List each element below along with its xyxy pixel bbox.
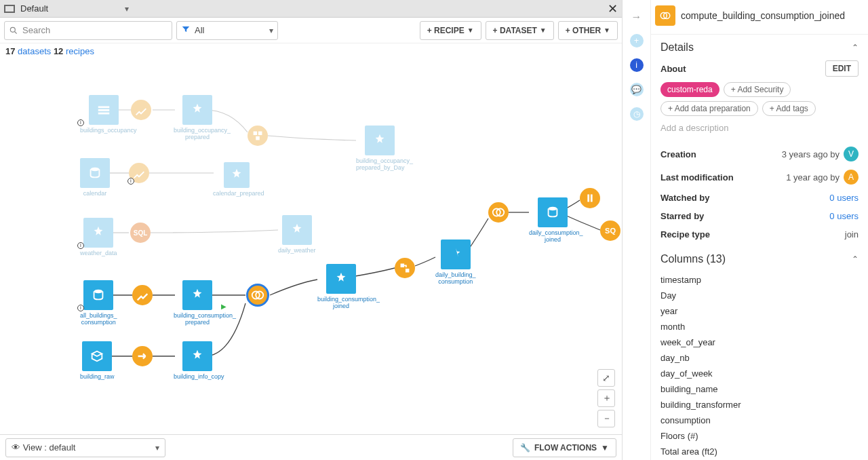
- node-buildings-occupancy[interactable]: buildings_occupancy i: [80, 95, 127, 134]
- flow-main: Default ▾ ✕ Search All ▾ + RECIPE▼ + DAT…: [0, 0, 623, 460]
- search-input[interactable]: Search: [4, 21, 172, 40]
- flow-counts: 17 datasets 12 recipes: [0, 43, 622, 59]
- recipe-join[interactable]: [488, 202, 509, 223]
- column-item[interactable]: week_of_year: [660, 334, 859, 350]
- tag-custom[interactable]: custom-reda: [660, 82, 719, 97]
- recipes-link[interactable]: recipes: [66, 46, 94, 56]
- rail-info-icon[interactable]: i: [630, 58, 644, 72]
- svg-point-0: [10, 27, 15, 32]
- node-daily-weather[interactable]: daily_weather: [278, 215, 316, 254]
- datasets-link[interactable]: datasets: [18, 46, 51, 56]
- expand-arrow-icon[interactable]: →: [631, 11, 642, 23]
- chevron-down-icon: ▾: [125, 4, 129, 14]
- zone-name: Default: [20, 3, 48, 14]
- node-building-raw[interactable]: building_raw: [80, 341, 115, 380]
- zone-icon: [4, 5, 15, 13]
- flow-bottombar: 👁 View : default ▾ 🔧 FLOW ACTIONS ▼: [0, 434, 622, 460]
- chevron-down-icon: ▾: [155, 443, 159, 453]
- recipe-prepare[interactable]: i: [129, 163, 149, 183]
- svg-rect-12: [587, 195, 589, 202]
- eye-icon: 👁: [12, 442, 20, 453]
- add-dataprep-chip[interactable]: + Add data preparation: [660, 101, 758, 116]
- recipe-sql[interactable]: SQ: [600, 221, 620, 241]
- node-building-occupancy-by-day[interactable]: building_occupancy_prepared_by_Day: [356, 126, 403, 172]
- filter-icon: [181, 24, 191, 36]
- column-item[interactable]: year: [660, 303, 859, 319]
- node-building-info-copy[interactable]: building_info_copy: [174, 341, 221, 380]
- recipe-prepare[interactable]: [132, 285, 153, 305]
- recipe-sql[interactable]: SQL: [130, 223, 151, 243]
- recipe-pause[interactable]: [580, 188, 600, 208]
- collapse-icon[interactable]: ⌃: [852, 254, 859, 264]
- column-item[interactable]: building_name: [660, 381, 859, 397]
- search-icon: [9, 26, 18, 35]
- watched-link[interactable]: 0 users: [829, 193, 859, 203]
- column-item[interactable]: day_of_week: [660, 366, 859, 381]
- node-calendar[interactable]: calendar: [80, 158, 110, 197]
- recipe-prepare[interactable]: [131, 100, 151, 120]
- svg-rect-2: [254, 132, 258, 136]
- edit-button[interactable]: EDIT: [825, 60, 859, 77]
- column-item[interactable]: month: [660, 319, 859, 334]
- svg-point-6: [94, 290, 103, 294]
- starred-link[interactable]: 0 users: [829, 211, 859, 221]
- node-building-consumption-prepared[interactable]: building_consumption_prepared ▶: [174, 280, 221, 326]
- flow-canvas[interactable]: buildings_occupancy i building_occupancy…: [0, 59, 622, 460]
- column-item[interactable]: Day: [660, 288, 859, 303]
- svg-rect-4: [256, 136, 260, 140]
- zoom-out-button[interactable]: －: [597, 410, 615, 427]
- fit-button[interactable]: ⤢: [597, 369, 615, 387]
- column-item[interactable]: consumption: [660, 413, 859, 428]
- zoom-in-button[interactable]: ＋: [597, 389, 615, 407]
- add-other-button[interactable]: + OTHER▼: [558, 21, 618, 40]
- recipe-pivot[interactable]: [395, 258, 415, 278]
- add-dataset-button[interactable]: + DATASET▼: [486, 21, 554, 40]
- info-icon[interactable]: i: [77, 242, 84, 249]
- view-selector[interactable]: 👁 View : default ▾: [5, 438, 165, 457]
- node-building-occupancy-prepared[interactable]: building_occupancy_prepared: [174, 95, 221, 141]
- close-icon[interactable]: ✕: [608, 1, 618, 16]
- flow-actions-button[interactable]: 🔧 FLOW ACTIONS ▼: [513, 438, 616, 457]
- description-placeholder[interactable]: Add a description: [660, 123, 859, 133]
- info-icon[interactable]: i: [77, 119, 84, 126]
- collapse-icon[interactable]: ⌃: [852, 43, 859, 52]
- column-item[interactable]: Total area (ft2): [660, 444, 859, 459]
- node-building-consumption-joined[interactable]: building_consumption_joined: [317, 264, 365, 310]
- column-item[interactable]: Floors (#): [660, 428, 859, 444]
- rail-history-icon[interactable]: ◷: [630, 107, 644, 121]
- svg-rect-13: [591, 195, 593, 202]
- filter-label: All: [195, 25, 204, 35]
- svg-line-1: [15, 31, 17, 33]
- recipe-group[interactable]: [248, 126, 268, 146]
- avatar[interactable]: A: [844, 170, 859, 185]
- zone-titlebar: Default ▾ ✕: [0, 0, 622, 18]
- add-security-chip[interactable]: + Add Security: [724, 82, 791, 97]
- search-placeholder: Search: [22, 25, 50, 35]
- filter-select[interactable]: All ▾: [176, 21, 278, 40]
- avatar[interactable]: V: [844, 147, 859, 161]
- svg-rect-3: [258, 132, 262, 136]
- wrench-icon: 🔧: [520, 443, 530, 453]
- column-item[interactable]: day_nb: [660, 350, 859, 366]
- node-weather-data[interactable]: weather_data i: [80, 218, 117, 256]
- add-tags-chip[interactable]: + Add tags: [762, 101, 816, 116]
- rail-chat-icon[interactable]: 💬: [630, 83, 644, 96]
- info-icon[interactable]: i: [77, 305, 84, 311]
- column-item[interactable]: building_transformer: [660, 397, 859, 413]
- column-item[interactable]: timestamp: [660, 272, 859, 288]
- recipe-join-selected[interactable]: [248, 285, 268, 305]
- panel-title: compute_building_consumption_joined: [681, 10, 845, 21]
- chevron-down-icon: ▾: [269, 26, 273, 35]
- node-calendar-prepared[interactable]: calendar_prepared: [213, 162, 260, 197]
- recipe-sync[interactable]: [132, 346, 153, 366]
- add-recipe-button[interactable]: + RECIPE▼: [420, 21, 481, 40]
- node-daily-building-consumption[interactable]: daily_building_consumption: [435, 239, 476, 286]
- node-daily-consumption-joined[interactable]: daily_consumption_joined: [529, 197, 576, 244]
- flow-toolbar: Search All ▾ + RECIPE▼ + DATASET▼ + OTHE…: [0, 18, 622, 43]
- info-icon[interactable]: i: [127, 178, 134, 185]
- rail-add-icon[interactable]: +: [630, 34, 644, 47]
- node-all-buildings-consumption[interactable]: all_buildings_consumption i: [80, 280, 117, 326]
- columns-section: Columns (13)⌃: [651, 246, 868, 272]
- zone-selector[interactable]: Default ▾: [4, 3, 133, 14]
- about-label: About: [660, 64, 686, 74]
